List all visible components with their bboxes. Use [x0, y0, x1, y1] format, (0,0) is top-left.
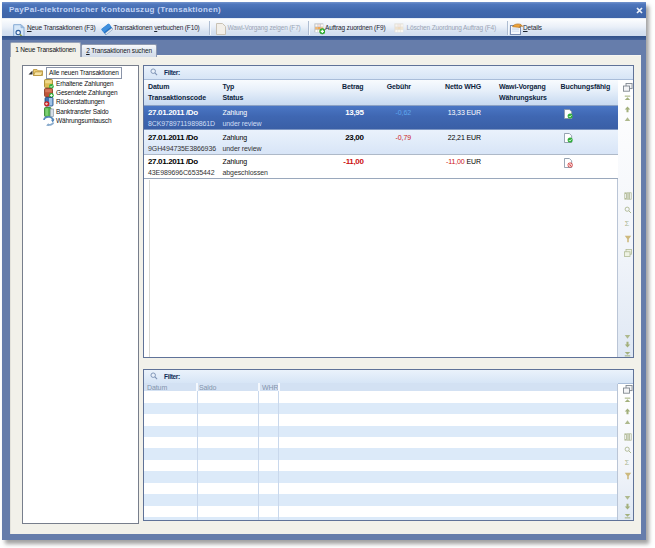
svg-text:Σ: Σ	[624, 459, 629, 467]
svg-text:Σ: Σ	[624, 220, 629, 228]
